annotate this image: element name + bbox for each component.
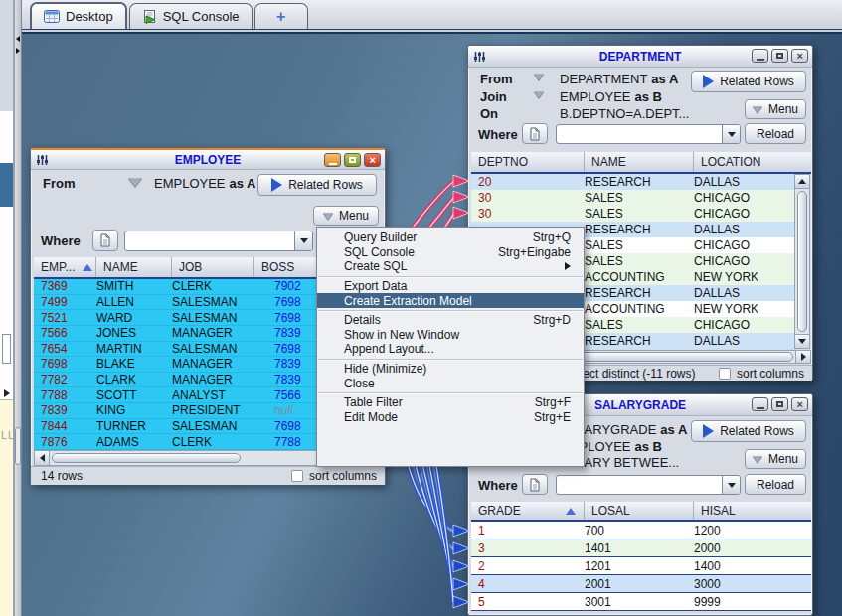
table-row[interactable]: 30SALESCHICAGO xyxy=(471,190,794,206)
related-rows-button[interactable]: Related Rows xyxy=(257,174,377,196)
table-row[interactable]: 212011400 xyxy=(471,557,811,575)
table-row[interactable]: 314012000 xyxy=(471,539,811,557)
cell: DALLAS xyxy=(694,175,794,189)
cell: MARTIN xyxy=(96,342,172,356)
combo-drop-button[interactable] xyxy=(294,231,312,250)
scrollbar-thumb[interactable] xyxy=(52,453,241,463)
triangle-right-icon xyxy=(801,353,806,361)
collapse-right-icon[interactable] xyxy=(16,48,20,54)
column-header-job[interactable]: JOB xyxy=(172,257,254,277)
join-dropdown-icon[interactable] xyxy=(534,91,544,98)
tab-desktop[interactable]: Desktop xyxy=(30,2,127,29)
combo-drop-button[interactable] xyxy=(722,476,740,494)
caret-down-icon xyxy=(728,132,736,137)
collapse-left-icon[interactable] xyxy=(16,36,20,42)
column-header-location[interactable]: LOCATION xyxy=(694,152,811,172)
column-header-name[interactable]: NAME xyxy=(585,152,694,172)
minimize-button[interactable] xyxy=(324,153,341,167)
menu-button[interactable]: Menu xyxy=(745,449,806,469)
where-template-button[interactable] xyxy=(522,474,548,495)
close-button[interactable]: × xyxy=(364,153,381,167)
table-row[interactable]: 20RESEARCHDALLAS xyxy=(471,174,794,190)
table-row[interactable]: 420013000 xyxy=(471,575,811,593)
table-row[interactable]: 17001200 xyxy=(471,522,811,539)
cell: 7698 xyxy=(34,357,96,371)
tab-bar: Desktop SQL Console + xyxy=(22,0,842,29)
cell: SALESMAN xyxy=(172,419,254,433)
where-combobox[interactable] xyxy=(556,475,741,495)
where-input[interactable] xyxy=(125,231,294,250)
column-header-name[interactable]: NAME xyxy=(96,257,172,277)
menu-item-export-data[interactable]: Export Data xyxy=(317,279,584,294)
related-rows-button[interactable]: Related Rows xyxy=(691,420,806,442)
from-dropdown-icon[interactable] xyxy=(534,74,544,80)
cell: KING xyxy=(96,403,172,417)
menu-item-table-filter[interactable]: Table FilterStrg+F xyxy=(317,395,584,410)
minimize-button[interactable] xyxy=(752,397,768,411)
column-header-empno[interactable]: EMP... xyxy=(34,257,96,277)
vertical-scrollbar[interactable] xyxy=(794,174,810,349)
triangle-left-icon xyxy=(40,454,45,462)
where-combobox[interactable] xyxy=(556,124,741,144)
where-input[interactable] xyxy=(557,125,722,143)
column-header-hisal[interactable]: HISAL xyxy=(694,502,811,520)
menu-item-append-layout[interactable]: Append Layout... xyxy=(317,342,584,357)
cell: SALESMAN xyxy=(172,311,254,325)
scroll-left-button[interactable] xyxy=(35,451,50,465)
scrollbar-thumb[interactable] xyxy=(797,191,807,332)
column-header-grade[interactable]: GRADE xyxy=(471,502,585,520)
menu-dropdown-icon xyxy=(753,106,762,113)
maximize-button[interactable] xyxy=(771,397,788,411)
tab-label: SQL Console xyxy=(163,9,240,24)
sort-columns-checkbox[interactable] xyxy=(719,368,731,380)
cell: 700 xyxy=(585,524,694,538)
scroll-right-button[interactable] xyxy=(795,351,810,363)
expand-arrow-icon[interactable] xyxy=(4,389,10,397)
submenu-arrow-icon xyxy=(565,262,571,270)
close-button[interactable]: × xyxy=(791,397,808,411)
scroll-down-button[interactable] xyxy=(795,334,809,348)
document-icon xyxy=(99,233,111,247)
cell: 2000 xyxy=(694,541,811,555)
employee-titlebar[interactable]: EMPLOYEE × xyxy=(31,148,385,170)
reload-button[interactable]: Reload xyxy=(745,123,806,144)
table-row[interactable]: 530019999 xyxy=(471,593,811,611)
menu-item-hide-minimize[interactable]: Hide (Minimize) xyxy=(317,362,584,377)
menu-button[interactable]: Menu xyxy=(313,206,379,226)
close-button[interactable]: × xyxy=(791,49,808,63)
left-panel-selected-item[interactable] xyxy=(0,163,13,207)
where-combobox[interactable] xyxy=(124,231,313,251)
menu-item-create-sql[interactable]: Create SQL xyxy=(317,259,584,274)
column-header-losal[interactable]: LOSAL xyxy=(585,502,694,520)
tab-sql-console[interactable]: SQL Console xyxy=(129,3,253,29)
where-template-button[interactable] xyxy=(92,230,118,251)
left-panel-diagram-fragment xyxy=(2,334,11,364)
column-header-deptno[interactable]: DEPTNO xyxy=(471,152,585,172)
sort-columns-checkbox[interactable] xyxy=(291,470,303,482)
menu-item-details[interactable]: DetailsStrg+D xyxy=(317,313,584,328)
table-row[interactable]: 30SALESCHICAGO xyxy=(471,206,794,222)
maximize-button[interactable] xyxy=(771,49,788,63)
where-template-button[interactable] xyxy=(522,123,548,144)
menu-item-query-builder[interactable]: Query BuilderStrg+Q xyxy=(317,231,584,245)
from-dropdown-icon[interactable] xyxy=(128,178,142,187)
department-titlebar[interactable]: DEPARTMENT × xyxy=(468,46,812,68)
menu-item-create-extraction-model[interactable]: Create Extraction Model xyxy=(317,293,584,308)
tab-new[interactable]: + xyxy=(254,3,308,29)
splitter-handle[interactable] xyxy=(15,427,21,465)
menu-item-show-in-new-window[interactable]: Show in New Window xyxy=(317,328,584,343)
menu-item-edit-mode[interactable]: Edit ModeStrg+E xyxy=(317,410,584,425)
combo-drop-button[interactable] xyxy=(722,125,740,143)
where-input[interactable] xyxy=(557,476,722,494)
minimize-button[interactable] xyxy=(752,49,768,63)
related-rows-button[interactable]: Related Rows xyxy=(691,71,806,92)
cell: CHICAGO xyxy=(694,238,794,252)
menu-button[interactable]: Menu xyxy=(745,99,806,119)
caret-down-icon xyxy=(300,238,308,243)
reload-button[interactable]: Reload xyxy=(745,474,806,495)
scroll-up-button[interactable] xyxy=(795,175,809,189)
menu-item-close[interactable]: Close xyxy=(317,376,584,390)
maximize-button[interactable] xyxy=(344,153,361,167)
vertical-splitter[interactable] xyxy=(14,0,22,616)
menu-item-sql-console[interactable]: SQL ConsoleStrg+Eingabe xyxy=(317,245,584,260)
